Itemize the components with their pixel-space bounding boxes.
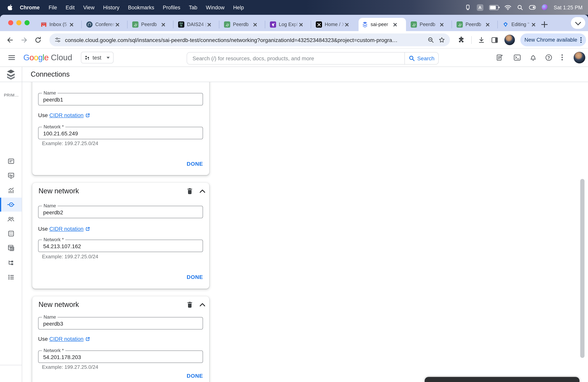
address-bar[interactable]: console.cloud.google.com/sql/instances/s…: [49, 33, 450, 46]
extensions-icon[interactable]: [458, 36, 465, 43]
tab-dais24[interactable]: DAIS DAIS24 (: [175, 18, 219, 31]
horizontal-scrollbar-thumb[interactable]: [425, 377, 579, 382]
hamburger-menu-icon[interactable]: [8, 54, 16, 62]
spotlight-icon[interactable]: [517, 4, 523, 10]
menu-history[interactable]: History: [99, 4, 124, 10]
close-tab-icon[interactable]: [253, 23, 257, 26]
battery-icon[interactable]: [489, 5, 498, 10]
menubar-clock[interactable]: Sat 1:25 PM: [554, 4, 583, 10]
delete-network-button[interactable]: [185, 186, 194, 196]
cidr-notation-link[interactable]: CIDR notation: [49, 336, 84, 342]
cidr-notation-link[interactable]: CIDR notation: [49, 226, 84, 232]
tab-editing-doc[interactable]: Editing ": [499, 18, 543, 31]
tab-log-explorer[interactable]: Log Expl: [267, 18, 310, 31]
minimize-window-button[interactable]: [16, 20, 21, 25]
tab-conference[interactable]: Conferen: [83, 18, 127, 31]
sidebar-item-backups[interactable]: [0, 241, 22, 255]
vertical-scrollbar-thumb[interactable]: [580, 179, 585, 358]
tab-search-button[interactable]: [571, 17, 585, 29]
done-button[interactable]: DONE: [187, 161, 203, 167]
reload-button[interactable]: [34, 36, 42, 44]
done-button[interactable]: DONE: [187, 274, 203, 280]
close-tab-icon[interactable]: [486, 23, 489, 26]
tab-peerdb-4[interactable]: Peerdb: [453, 18, 497, 31]
name-field[interactable]: Name: [38, 93, 203, 106]
side-panel-icon[interactable]: [491, 36, 499, 44]
apple-logo-icon[interactable]: [7, 4, 13, 11]
google-cloud-logo[interactable]: GoogleCloud: [23, 53, 72, 62]
menubar-app-name[interactable]: Chrome: [15, 4, 44, 10]
close-tab-icon[interactable]: [440, 23, 443, 26]
name-input[interactable]: [39, 318, 203, 329]
close-tab-icon[interactable]: [393, 23, 397, 26]
cloud-shell-icon[interactable]: [513, 54, 521, 62]
display-icon[interactable]: [464, 5, 471, 10]
cidr-notation-link[interactable]: CIDR notation: [49, 112, 84, 118]
gcp-search-input[interactable]: Search (/) for resources, docs, products…: [187, 52, 404, 64]
name-field[interactable]: Name: [38, 206, 203, 218]
menu-help[interactable]: Help: [229, 4, 248, 10]
tab-peerdb-2[interactable]: Peerdb: [221, 18, 264, 31]
zoom-window-button[interactable]: [24, 20, 30, 25]
sidebar-item-databases[interactable]: [0, 226, 22, 240]
app-a-icon[interactable]: A: [477, 4, 483, 11]
control-center-icon[interactable]: [529, 5, 536, 10]
sidebar-item-connections[interactable]: [0, 198, 22, 212]
siri-icon[interactable]: [542, 4, 548, 11]
collapse-card-button[interactable]: [198, 186, 207, 196]
gcp-search-button[interactable]: Search: [404, 52, 439, 64]
help-icon[interactable]: [545, 54, 553, 62]
release-notes-icon[interactable]: [496, 54, 504, 62]
more-options-icon[interactable]: [561, 54, 563, 61]
close-tab-icon[interactable]: [299, 23, 303, 26]
close-tab-icon[interactable]: [345, 23, 348, 26]
close-window-button[interactable]: [8, 20, 13, 25]
close-tab-icon[interactable]: [207, 23, 211, 26]
tab-sai-peerdb-active[interactable]: sai-peer: [358, 18, 406, 31]
chrome-update-pill[interactable]: New Chrome available: [520, 33, 586, 46]
tab-peerdb-1[interactable]: Peerdb: [129, 18, 173, 31]
wifi-icon[interactable]: [504, 5, 511, 10]
sidebar-item-operations[interactable]: [0, 270, 22, 284]
bookmark-star-icon[interactable]: [438, 36, 445, 43]
network-field[interactable]: Network *: [38, 127, 203, 139]
sidebar-item-monitoring[interactable]: [0, 169, 22, 182]
back-button[interactable]: [6, 36, 14, 44]
sidebar-item-replicas[interactable]: [0, 255, 22, 270]
menu-edit[interactable]: Edit: [62, 4, 79, 10]
tab-x-home[interactable]: Home / X: [313, 18, 356, 31]
project-selector[interactable]: test: [81, 52, 114, 64]
tab-inbox[interactable]: Inbox (5: [37, 18, 81, 31]
zoom-out-icon[interactable]: [427, 36, 434, 43]
close-tab-icon[interactable]: [70, 23, 73, 26]
browser-profile-avatar[interactable]: [504, 35, 515, 45]
site-settings-icon[interactable]: [54, 37, 61, 43]
menu-bookmarks[interactable]: Bookmarks: [124, 4, 158, 10]
menu-tab[interactable]: Tab: [185, 4, 202, 10]
more-menu-icon[interactable]: [580, 37, 582, 43]
network-field[interactable]: Network *: [38, 240, 203, 252]
name-input[interactable]: [39, 206, 203, 218]
network-field[interactable]: Network *: [38, 350, 203, 363]
collapse-card-button[interactable]: [198, 300, 207, 309]
tab-peerdb-3[interactable]: Peerdb: [408, 18, 451, 31]
delete-network-button[interactable]: [185, 300, 194, 309]
close-tab-icon[interactable]: [116, 23, 119, 26]
close-tab-icon[interactable]: [532, 23, 535, 26]
menu-window[interactable]: Window: [202, 4, 229, 10]
sidebar-item-overview[interactable]: [0, 154, 22, 168]
menu-file[interactable]: File: [44, 4, 62, 10]
name-field[interactable]: Name: [38, 317, 203, 329]
menu-view[interactable]: View: [79, 4, 99, 10]
done-button[interactable]: DONE: [187, 373, 203, 379]
url-text[interactable]: console.cloud.google.com/sql/instances/s…: [65, 37, 411, 43]
menu-profiles[interactable]: Profiles: [158, 4, 185, 10]
close-tab-icon[interactable]: [161, 23, 165, 26]
new-tab-button[interactable]: [541, 21, 547, 28]
forward-button[interactable]: [20, 36, 28, 44]
gcp-account-avatar[interactable]: [574, 52, 585, 64]
sidebar-item-users[interactable]: [0, 212, 22, 226]
sidebar-item-observability[interactable]: [0, 183, 22, 197]
download-icon[interactable]: [478, 36, 485, 44]
cloud-sql-logo[interactable]: [0, 67, 22, 82]
